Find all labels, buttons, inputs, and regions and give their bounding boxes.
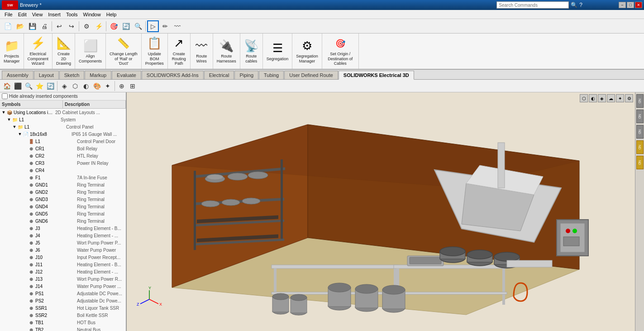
ribbon-update-bom[interactable]: 📋 UpdateBOMProperties [142,34,168,69]
tree-row-j4[interactable]: ⊕ J4 Heating Element - ... [0,232,126,239]
view-wireframe-button[interactable]: ⬡ [580,94,588,102]
help-icon[interactable]: ? [579,2,582,8]
tree-row-tb2[interactable]: ⊕ TB2 Neutral Bus [0,326,126,331]
tree-row-gnd6[interactable]: ⊕ GND6 Ring Terminal [0,217,126,225]
expand-icon-l1-cp[interactable]: ▼ [12,124,17,130]
rotate-view-button[interactable]: 🔄 [45,81,55,91]
ribbon-segregation[interactable]: ☰ Segregation [263,34,293,69]
tab-electrical[interactable]: Electrical [204,71,234,79]
view-orientation-button[interactable]: ⬡ [70,81,80,91]
save-button[interactable]: 💾 [26,20,38,32]
redo-button[interactable]: ↪ [66,20,77,32]
view-realview-button[interactable]: ◈ [598,94,606,102]
view-shadows-button[interactable]: ☁ [607,94,615,102]
tree-row-j14[interactable]: ⊕ J14 Water Pump Power ... [0,283,126,290]
undo-button[interactable]: ↩ [53,20,65,32]
ribbon-create-routing-path[interactable]: ↗ CreateRoutingPath [168,34,191,69]
ribbon-set-origin-destination[interactable]: 🎯 Set Origin /Destination of Cables [322,34,359,69]
ribbon-create-2d-drawing[interactable]: 📐 Create2DDrawing [52,34,75,69]
menu-window[interactable]: Window [81,11,104,18]
tree-row-l1-door[interactable]: 🚪 L1 Control Panel Door [0,138,126,145]
menu-edit[interactable]: Edit [15,11,29,18]
tree-row-j10[interactable]: ⊕ J10 Input Power Recept... [0,254,126,261]
tab-sketch[interactable]: Sketch [59,71,85,79]
tree-row-tb1[interactable]: ⊕ TB1 HOT Bus [0,319,126,326]
tree-row-ssr2[interactable]: ⊕ SSR2 Boil Kettle SSR [0,312,126,319]
ribbon-electrical-component-wizard[interactable]: ⚡ ElectricalComponentWizard [24,34,53,69]
sketch-button[interactable]: ✏ [159,20,171,32]
minimize-button[interactable]: − [619,2,626,8]
tree-row-j13[interactable]: ⊕ J13 Wort Pump Power R... [0,275,126,283]
home-view-button[interactable]: 🏠 [2,81,12,91]
tab-solidworks-electrical-3d[interactable]: SOLIDWORKS Electrical 3D [339,71,414,80]
zoom-to-area-button[interactable]: 🔍 [24,81,33,91]
rebuild-button[interactable]: ⚙ [81,20,92,32]
tree-row-18x16x8[interactable]: ▼ 📄 18x16x8 IP65 16 Gauge Wall ... [0,130,126,138]
print-button[interactable]: 🖨 [38,20,50,32]
section-view-button[interactable]: ◐ [81,81,91,91]
hide-inserted-checkbox[interactable] [2,93,8,99]
tab-tubing[interactable]: Tubing [259,71,284,79]
tab-piping[interactable]: Piping [234,71,258,79]
tab-assembly[interactable]: Assembly [2,71,33,79]
zoom-button[interactable]: 🔍 [132,20,144,32]
ribbon-route-wires[interactable]: 〰 RouteWires [191,34,213,69]
tree-row-gnd3[interactable]: ⊕ GND3 Ring Terminal [0,196,126,203]
appearances-button[interactable]: ✦ [103,81,113,91]
tree-row-j5[interactable]: ⊕ J5 Wort Pump Power P... [0,239,126,246]
tab-solidworks-addins[interactable]: SOLIDWORKS Add-Ins [142,71,204,79]
tree-row-l1-cp[interactable]: ▼ 📁 L1 Control Panel [0,123,126,130]
view-settings-button[interactable]: ⚙ [625,94,633,102]
menu-view[interactable]: View [29,11,46,18]
menu-help[interactable]: Help [104,11,119,18]
view-section-button[interactable]: ◐ [589,94,597,102]
right-icon-3[interactable]: ND [636,125,644,139]
tree-row-j12[interactable]: ⊕ J12 Heating Element - ... [0,268,126,275]
tab-user-defined-route[interactable]: User Defined Route [284,71,338,79]
tree-row-j3[interactable]: ⊕ J3 Heating Element - B... [0,225,126,232]
display-pane-button[interactable]: ⊞ [128,81,138,91]
tree-row-gnd5[interactable]: ⊕ GND5 Ring Terminal [0,210,126,217]
right-icon-4[interactable]: ND [636,140,644,154]
ribbon-align-components[interactable]: ⬜ AlignComponents [75,34,106,69]
maximize-button[interactable]: □ [627,2,634,8]
ribbon-change-length[interactable]: 📏 Change Lengthof 'Rail' or'Duct' [106,34,142,69]
ribbon-segregation-manager[interactable]: ⚙ SegregationManager [292,34,322,69]
view-ambient-button[interactable]: ✦ [616,94,624,102]
tree-row-j6[interactable]: ⊕ J6 Water Pump Power [0,246,126,254]
previous-view-button[interactable]: ⭐ [34,81,44,91]
menu-file[interactable]: File [2,11,15,18]
ribbon-route-harnesses[interactable]: 🔌 RouteHarnesses [213,34,240,69]
component-tree[interactable]: ▼ 📦 Using Locations in SWE 2D Cabinet La… [0,109,126,331]
view3d-button[interactable]: 🎯 [108,20,119,32]
tree-row-gnd2[interactable]: ⊕ GND2 Ring Terminal [0,188,126,196]
tree-row-cr3[interactable]: ⊕ CR3 Power IN Relay [0,159,126,167]
menu-tools[interactable]: Tools [63,11,81,18]
tree-row-cr1[interactable]: ⊕ CR1 Boil Relay [0,145,126,152]
tree-row-gnd1[interactable]: ⊕ GND1 Ring Terminal [0,181,126,188]
right-icon-1[interactable]: ND [636,94,644,108]
ribbon-projects-manager[interactable]: 📁 ProjectsManager [0,34,24,69]
close-button[interactable]: ✕ [635,2,642,8]
route-button[interactable]: 〰 [172,20,183,32]
tree-row-ps1[interactable]: ⊕ PS1 Adjustable DC Powe... [0,290,126,297]
tree-row-l1-system[interactable]: ▼ 📁 L1 System [0,116,126,123]
expand-icon-root[interactable]: ▼ [1,110,6,115]
tree-row-ssr1[interactable]: ⊕ SSR1 Hot Liquor Tank SSR [0,304,126,312]
tree-row-ps2[interactable]: ⊕ PS2 Adjustable Dc Powe... [0,297,126,304]
tree-row-f1[interactable]: ⊕ F1 7A In-line Fuse [0,174,126,181]
options-button[interactable]: ⚡ [93,20,105,32]
explode-button[interactable]: ⊕ [117,81,127,91]
camera-button[interactable]: 🎨 [92,81,102,91]
ribbon-route-cables[interactable]: 📡 Routecables [240,34,263,69]
tree-row-root[interactable]: ▼ 📦 Using Locations in SWE 2D Cabinet La… [0,109,126,116]
search-input[interactable] [496,1,569,9]
search-icon[interactable]: 🔍 [571,2,577,8]
tree-row-cr4[interactable]: ⊕ CR4 [0,167,126,174]
tab-layout[interactable]: Layout [34,71,59,79]
expand-icon-l1-system[interactable]: ▼ [6,117,12,122]
expand-icon-18x16x8[interactable]: ▼ [17,131,23,137]
rotate-button[interactable]: 🔄 [120,20,132,32]
zoom-to-fit-button[interactable]: ⬛ [13,81,23,91]
menu-insert[interactable]: Insert [45,11,63,18]
